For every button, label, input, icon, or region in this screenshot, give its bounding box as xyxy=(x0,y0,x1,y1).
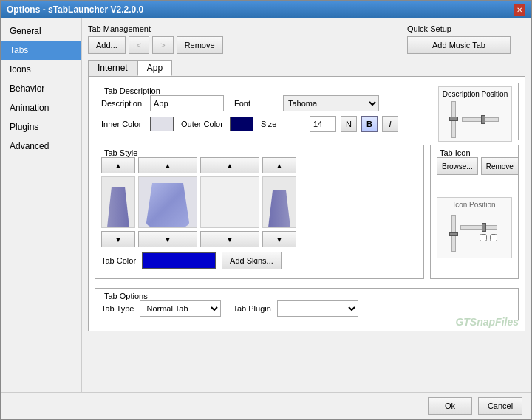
sidebar: General Tabs Icons Behavior Animation Pl… xyxy=(1,18,82,392)
style-col-2: ▲ xyxy=(138,157,197,173)
tab-description-section: Tab Description Description Font Tahoma … xyxy=(95,83,519,140)
icon-pos-checkbox-2[interactable] xyxy=(490,234,497,241)
tab-options-legend: Tab Options xyxy=(101,292,512,300)
icon-vslider-thumb xyxy=(449,232,458,236)
icon-hslider-thumb xyxy=(482,223,486,232)
desc-input[interactable] xyxy=(150,95,224,111)
style-up-btn-4[interactable]: ▲ xyxy=(262,157,296,173)
tab-preview-4 xyxy=(262,176,296,228)
add-skins-button[interactable]: Add Skins... xyxy=(222,252,282,269)
desc-position-sliders xyxy=(442,101,508,138)
window-title: Options - sTabLauncher V2.2.0.0 xyxy=(7,4,143,15)
inner-color-swatch[interactable] xyxy=(150,117,174,131)
tab-style-legend: Tab Style xyxy=(101,148,417,157)
description-position-section: Description Position xyxy=(438,86,512,142)
icon-vslider[interactable] xyxy=(451,215,456,252)
tab-color-row: Tab Color Add Skins... xyxy=(101,252,417,269)
tab-app[interactable]: App xyxy=(137,60,172,76)
icon-pos-checkbox-1[interactable] xyxy=(480,234,487,241)
bold-style-button[interactable]: B xyxy=(361,116,378,132)
style-down-btn-4[interactable]: ▼ xyxy=(262,231,296,247)
icon-pos-checkboxes xyxy=(460,234,497,241)
outer-color-swatch[interactable] xyxy=(230,117,253,131)
style-down-col-4: ▼ xyxy=(262,231,296,247)
horizontal-slider-track xyxy=(462,117,499,122)
tab-preview-1 xyxy=(101,176,135,228)
style-down-col-3: ▼ xyxy=(200,231,259,247)
desc-label: Description xyxy=(101,99,146,108)
tab-plugin-label: Tab Plugin xyxy=(233,304,270,313)
style-icon-row: Tab Style ▲ ▲ xyxy=(95,145,519,283)
style-col-3: ▲ xyxy=(200,157,259,173)
icon-hslider-container xyxy=(460,225,497,241)
font-select[interactable]: Tahoma xyxy=(283,95,379,111)
size-input[interactable] xyxy=(310,116,336,132)
desc-vertical-slider[interactable] xyxy=(451,101,456,138)
browse-button[interactable]: Browse... xyxy=(437,157,478,175)
icon-position-section: Icon Position xyxy=(437,197,512,258)
tab-preview-3 xyxy=(200,176,259,228)
style-up-btn-2[interactable]: ▲ xyxy=(138,157,197,173)
back-button[interactable]: < xyxy=(129,36,149,54)
sidebar-item-general[interactable]: General xyxy=(1,21,81,41)
tab-type-label: Tab Type xyxy=(101,304,134,313)
style-col-4: ▲ xyxy=(262,157,296,173)
tab-plugin-select[interactable] xyxy=(277,300,358,317)
remove-button[interactable]: Remove xyxy=(177,36,223,54)
tab-management-buttons: Add... < > Remove xyxy=(88,36,395,54)
tab-shape-1 xyxy=(107,187,129,227)
tab-icon-legend: Tab Icon xyxy=(437,148,512,157)
tab-management-section: Tab Management Add... < > Remove xyxy=(88,24,395,54)
bottom-bar: Ok Cancel xyxy=(1,392,531,419)
remove-icon-button[interactable]: Remove xyxy=(481,157,519,175)
inner-color-label: Inner Color xyxy=(101,120,146,128)
tab-shape-2 xyxy=(146,183,190,227)
tab-options-row: Tab Type Normal Tab Tab Plugin xyxy=(101,300,512,317)
style-up-btn-3[interactable]: ▲ xyxy=(200,157,259,173)
tab-icon-buttons: Browse... Remove xyxy=(437,157,512,175)
style-down-row: ▼ ▼ ▼ xyxy=(101,231,417,247)
font-label: Font xyxy=(234,99,279,108)
desc-horizontal-slider[interactable] xyxy=(462,117,499,122)
main-window: Options - sTabLauncher V2.2.0.0 ✕ Genera… xyxy=(0,0,532,420)
icon-hslider[interactable] xyxy=(460,225,497,230)
close-button[interactable]: ✕ xyxy=(514,4,525,16)
tab-color-label: Tab Color xyxy=(101,256,136,265)
sidebar-item-advanced[interactable]: Advanced xyxy=(1,137,81,156)
tab-type-select[interactable]: Normal Tab xyxy=(140,300,221,317)
outer-color-label: Outer Color xyxy=(181,120,225,128)
cancel-button[interactable]: Cancel xyxy=(478,397,522,415)
style-preview-row xyxy=(101,176,417,228)
main-content: Tab Management Add... < > Remove Quick S… xyxy=(82,18,531,392)
add-music-tab-button[interactable]: Add Music Tab xyxy=(407,36,511,54)
tab-management-title: Tab Management xyxy=(88,24,395,33)
tab-icon-section: Tab Icon Browse... Remove Icon Position xyxy=(430,145,519,279)
normal-style-button[interactable]: N xyxy=(341,116,357,132)
style-down-btn-3[interactable]: ▼ xyxy=(200,231,259,247)
forward-button[interactable]: > xyxy=(152,36,173,54)
desc-position-title: Description Position xyxy=(442,90,508,98)
style-down-btn-1[interactable]: ▼ xyxy=(101,231,135,247)
size-label: Size xyxy=(261,120,305,128)
title-bar: Options - sTabLauncher V2.2.0.0 ✕ xyxy=(1,1,531,18)
style-down-btn-2[interactable]: ▼ xyxy=(138,231,197,247)
tab-preview-2 xyxy=(138,176,197,228)
tab-shape-3 xyxy=(208,198,252,227)
add-button[interactable]: Add... xyxy=(88,36,126,54)
quick-setup-section: Quick Setup Add Music Tab xyxy=(407,24,525,54)
sidebar-item-plugins[interactable]: Plugins xyxy=(1,117,81,137)
sidebar-item-behavior[interactable]: Behavior xyxy=(1,79,81,98)
ok-button[interactable]: Ok xyxy=(428,397,472,415)
style-up-btn-1[interactable]: ▲ xyxy=(101,157,135,173)
desc-vslider-thumb xyxy=(449,117,458,121)
tab-internet[interactable]: Internet xyxy=(88,60,137,76)
sidebar-item-tabs[interactable]: Tabs xyxy=(1,41,81,60)
italic-style-button[interactable]: I xyxy=(382,116,398,132)
tab-options-section: Tab Options Tab Type Normal Tab Tab Plug… xyxy=(95,288,519,320)
tab-color-swatch[interactable] xyxy=(142,252,216,269)
style-down-col-2: ▼ xyxy=(138,231,197,247)
style-down-col-1: ▼ xyxy=(101,231,135,247)
sidebar-item-animation[interactable]: Animation xyxy=(1,98,81,117)
window-body: General Tabs Icons Behavior Animation Pl… xyxy=(1,18,531,392)
sidebar-item-icons[interactable]: Icons xyxy=(1,60,81,79)
